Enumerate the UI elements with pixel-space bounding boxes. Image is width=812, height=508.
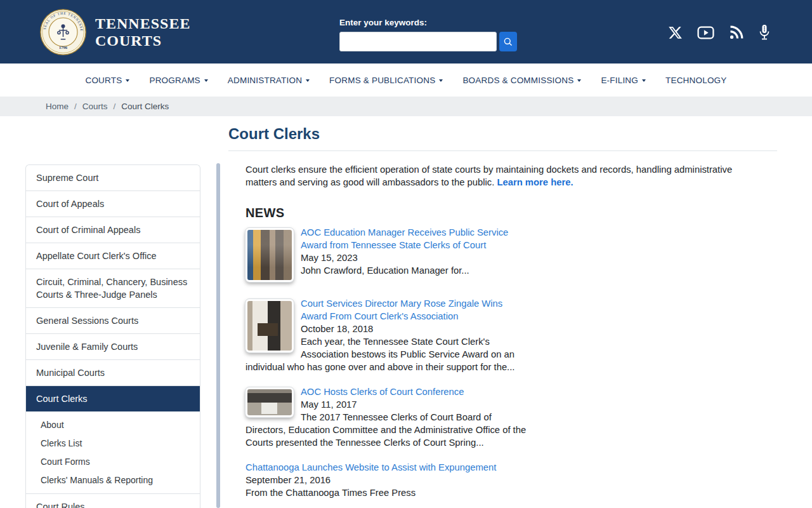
sidebar-item-circuit-criminal-chancery[interactable]: Circuit, Criminal, Chancery, Business Co…: [26, 269, 200, 307]
nav-item-e-filing[interactable]: E-FILING: [601, 76, 646, 85]
nav-item-courts[interactable]: COURTS: [85, 76, 129, 85]
rss-link[interactable]: [729, 25, 744, 40]
sidebar-subitem-court-forms[interactable]: Court Forms: [26, 453, 200, 471]
sidebar-item-supreme-court[interactable]: Supreme Court: [26, 165, 200, 190]
search-label: Enter your keywords:: [339, 18, 517, 27]
chevron-down-icon: [204, 79, 208, 82]
nav-label: PROGRAMS: [149, 76, 200, 85]
sidebar-item-general-sessions-courts[interactable]: General Sessions Courts: [26, 307, 200, 333]
news-item: Chattanooga Launches Website to Assist w…: [246, 461, 528, 508]
nav-label: BOARDS & COMMISSIONS: [462, 76, 573, 85]
youtube-link[interactable]: [697, 25, 714, 40]
breadcrumb-courts[interactable]: Courts: [82, 102, 108, 111]
chevron-down-icon: [306, 79, 310, 82]
sidebar-item-court-of-appeals[interactable]: Court of Appeals: [26, 190, 200, 217]
breadcrumb-separator: /: [114, 102, 116, 111]
search-button[interactable]: [499, 32, 517, 51]
nav-label: TECHNOLOGY: [665, 76, 727, 85]
site-title-line2: COURTS: [95, 32, 190, 50]
site-logo[interactable]: SEAL OF THE TENNESSEE JUDICIARY 1796 TEN…: [39, 8, 190, 56]
svg-text:1796: 1796: [59, 45, 68, 50]
title-divider: [228, 150, 777, 151]
sidebar-item-court-clerks[interactable]: Court Clerks: [26, 385, 200, 411]
site-title: TENNESSEE COURTS: [95, 15, 190, 50]
main-navigation: COURTS PROGRAMS ADMINISTRATION FORMS & P…: [0, 64, 812, 97]
breadcrumb-current: Court Clerks: [121, 102, 169, 111]
news-title-link[interactable]: Chattanooga Launches Website to Assist w…: [246, 461, 528, 474]
news-date: September 21, 2016: [246, 474, 528, 486]
chevron-down-icon: [126, 79, 129, 82]
sidebar-subsection-court-clerks: About Clerks List Court Forms Clerks' Ma…: [26, 411, 200, 493]
news-thumbnail[interactable]: [246, 299, 294, 352]
x-twitter-link[interactable]: [668, 25, 683, 40]
sidebar-item-court-rules[interactable]: Court Rules: [26, 493, 200, 508]
learn-more-link[interactable]: Learn more here.: [497, 177, 573, 187]
header-search: Enter your keywords:: [339, 18, 517, 51]
news-item: AOC Education Manager Receives Public Se…: [246, 226, 528, 285]
intro-text: Court clerks ensure the efficient operat…: [246, 164, 732, 187]
news-thumbnail[interactable]: [246, 228, 294, 282]
site-title-line1: TENNESSEE: [95, 15, 190, 32]
site-header: SEAL OF THE TENNESSEE JUDICIARY 1796 TEN…: [0, 0, 812, 64]
news-snippet: From the Chattanooga Times Free Press: [246, 486, 528, 499]
nav-item-administration[interactable]: ADMINISTRATION: [228, 76, 310, 85]
main-content: Court Clerks Court clerks ensure the eff…: [228, 116, 777, 508]
section-sidebar: Supreme Court Court of Appeals Court of …: [25, 164, 200, 508]
sidebar-scroll-rail: [216, 163, 220, 508]
youtube-icon: [697, 25, 714, 40]
nav-item-forms-publications[interactable]: FORMS & PUBLICATIONS: [329, 76, 443, 85]
chevron-down-icon: [642, 79, 646, 82]
chevron-down-icon: [577, 79, 581, 82]
search-icon: [503, 37, 513, 47]
sidebar-subitem-clerks-list[interactable]: Clerks List: [26, 434, 200, 453]
nav-item-boards-commissions[interactable]: BOARDS & COMMISSIONS: [462, 76, 581, 85]
breadcrumb-home[interactable]: Home: [46, 102, 69, 111]
nav-item-technology[interactable]: TECHNOLOGY: [665, 76, 727, 85]
podcast-link[interactable]: [759, 24, 770, 41]
sidebar-item-municipal-courts[interactable]: Municipal Courts: [26, 359, 200, 385]
rss-icon: [729, 25, 744, 40]
sidebar-subitem-about[interactable]: About: [26, 416, 200, 434]
x-icon: [668, 25, 683, 40]
chevron-down-icon: [439, 79, 443, 82]
nav-label: COURTS: [85, 76, 122, 85]
nav-item-programs[interactable]: PROGRAMS: [149, 76, 207, 85]
sidebar-item-court-of-criminal-appeals[interactable]: Court of Criminal Appeals: [26, 217, 200, 243]
news-item: Court Services Director Mary Rose Zingal…: [246, 297, 528, 373]
sidebar-item-juvenile-family-courts[interactable]: Juvenile & Family Courts: [26, 333, 200, 359]
news-heading: NEWS: [246, 206, 528, 220]
news-thumbnail[interactable]: [246, 387, 294, 417]
social-links: [668, 24, 770, 41]
podcast-mic-icon: [759, 24, 770, 41]
nav-label: FORMS & PUBLICATIONS: [329, 76, 435, 85]
page-title: Court Clerks: [228, 124, 777, 144]
nav-label: ADMINISTRATION: [228, 76, 302, 85]
search-input[interactable]: [339, 32, 497, 51]
intro-paragraph: Court clerks ensure the efficient operat…: [246, 163, 750, 189]
tennessee-judiciary-seal-icon: SEAL OF THE TENNESSEE JUDICIARY 1796: [39, 8, 87, 56]
news-section: NEWS AOC Education Manager Receives Publ…: [246, 206, 528, 508]
sidebar-item-appellate-court-clerks-office[interactable]: Appellate Court Clerk's Office: [26, 243, 200, 269]
news-item: AOC Hosts Clerks of Court Conference May…: [246, 385, 528, 449]
breadcrumb-separator: /: [74, 102, 77, 111]
nav-label: E-FILING: [601, 76, 638, 85]
sidebar-subitem-clerks-manuals-reporting[interactable]: Clerks' Manuals & Reporting: [26, 471, 200, 490]
breadcrumb: Home / Courts / Court Clerks: [0, 97, 812, 116]
